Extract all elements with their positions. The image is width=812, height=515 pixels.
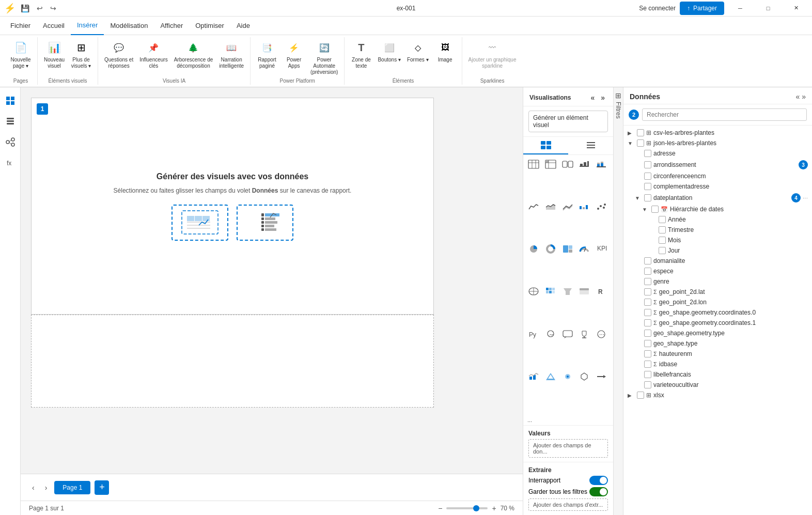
maximize-btn[interactable]: □ (756, 0, 780, 17)
tree-item-circon[interactable]: ▶ circonferenceencm (623, 171, 812, 181)
dateplantation-checkbox[interactable] (644, 194, 651, 201)
tree-item-xlsx[interactable]: ▶ ⊞ xlsx (623, 390, 812, 400)
mois-checkbox[interactable] (659, 237, 666, 244)
tree-item-geo-shape-type[interactable]: ▶ geo_shape.type (623, 338, 812, 349)
trimestre-checkbox[interactable] (659, 226, 666, 233)
tree-item-arrondissement[interactable]: ▶ arrondissement 3 (623, 159, 812, 171)
viz-icon-chat[interactable] (560, 328, 575, 340)
save-icon[interactable]: 💾 (19, 3, 32, 13)
viz-icon-hexbin[interactable] (577, 370, 591, 383)
hierarchie-checkbox[interactable] (651, 206, 659, 213)
narration-btn[interactable]: 📖 Narrationintelligente (217, 37, 246, 70)
viz-icon-heatmap[interactable] (543, 285, 558, 298)
viz-icon-scatter[interactable] (594, 200, 608, 213)
tab-afficher[interactable]: Afficher (154, 17, 189, 35)
tree-item-csv[interactable]: ▶ ⊞ csv-les-arbres-plantes (623, 128, 812, 138)
tab-optimiser[interactable]: Optimiser (189, 17, 230, 35)
libelle-checkbox[interactable] (644, 371, 651, 378)
adresse-checkbox[interactable] (644, 150, 651, 157)
csv-checkbox[interactable] (637, 129, 644, 136)
viz-icon-donut[interactable] (543, 243, 558, 255)
tab-modelisation[interactable]: Modélisation (104, 17, 154, 35)
geo-shape-type-checkbox[interactable] (644, 340, 651, 347)
interrapport-toggle[interactable] (589, 476, 608, 485)
add-sparkline-btn[interactable]: 〰 Ajouter un graphiquesparkline (466, 37, 519, 70)
dateplantation-more[interactable]: ··· (803, 194, 808, 201)
tree-item-geo-coord1[interactable]: ▶ Σ geo_shape.geometry.coordinates.1 (623, 318, 812, 328)
viz-icon-treemap[interactable] (560, 243, 575, 255)
viz-icon-smart[interactable] (560, 370, 575, 383)
tree-item-espece[interactable]: ▶ espece (623, 266, 812, 276)
rapport-pagine-btn[interactable]: 📑 Rapportpaginé (255, 37, 279, 70)
viz-icon-custom[interactable]: ··· (594, 328, 608, 340)
hauteur-checkbox[interactable] (644, 350, 651, 357)
viz-icon-map[interactable] (526, 285, 541, 298)
tree-item-idbase[interactable]: ▶ Σ idbase (623, 359, 812, 369)
geo-lon-checkbox[interactable] (644, 299, 651, 306)
annee-checkbox[interactable] (659, 216, 666, 223)
viz-panel-expand-left[interactable]: « (588, 92, 597, 103)
tree-item-dateplantation[interactable]: ▼ dateplantation 4 ··· (623, 192, 812, 204)
viz-icon-bar[interactable] (577, 158, 591, 170)
connect-btn[interactable]: Se connecter (639, 5, 676, 12)
zoom-in-btn[interactable]: + (492, 504, 496, 512)
tree-item-geo-geom-type[interactable]: ▶ geo_shape.geometry.type (623, 328, 812, 338)
power-apps-btn[interactable]: ⚡ PowerApps (282, 37, 306, 70)
viz-icon-azure[interactable] (543, 370, 558, 383)
csv-expand[interactable]: ▶ (628, 130, 635, 136)
viz-icon-qanda[interactable] (543, 328, 558, 340)
viz-icon-funnel[interactable] (560, 285, 575, 298)
complement-checkbox[interactable] (644, 183, 651, 190)
undo-icon[interactable]: ↩ (35, 3, 45, 13)
tree-item-geo-lon[interactable]: ▶ Σ geo_point_2d.lon (623, 297, 812, 307)
influenceurs-btn[interactable]: 📌 Influenceursclés (137, 37, 169, 70)
viz-icon-arrow[interactable] (594, 370, 608, 383)
viz-icon-combined-bar[interactable] (526, 370, 541, 383)
data-search-input[interactable] (642, 108, 807, 121)
data-panel-expand-right[interactable]: » (802, 92, 806, 101)
viz-icon-pie[interactable] (526, 243, 541, 255)
formes-btn[interactable]: ◇ Formes ▾ (405, 37, 431, 64)
tab-aide[interactable]: Aide (230, 17, 256, 35)
page-tab-1[interactable]: Page 1 (54, 481, 90, 494)
geo-coord0-checkbox[interactable] (644, 309, 651, 316)
tab-fichier[interactable]: Fichier (4, 17, 37, 35)
viz-icon-r[interactable]: R (594, 285, 608, 298)
xlsx-expand[interactable]: ▶ (628, 393, 635, 398)
viz-icon-matrix[interactable] (543, 158, 558, 170)
idbase-checkbox[interactable] (644, 361, 651, 368)
boutons-btn[interactable]: ⬜ Boutons ▾ (376, 37, 402, 64)
viz-icon-line[interactable] (526, 200, 541, 213)
viz-tab-list[interactable] (568, 137, 613, 154)
nouvelle-page-btn[interactable]: 📄 Nouvellepage ▾ (8, 37, 33, 70)
questions-reponses-btn[interactable]: 💬 Questions etréponses (102, 37, 135, 70)
arborescence-btn[interactable]: 🌲 Arborescence dedécomposition (172, 37, 215, 70)
jour-checkbox[interactable] (659, 247, 666, 254)
viz-icon-table2[interactable] (577, 285, 591, 298)
dateplantation-expand[interactable]: ▼ (635, 195, 642, 201)
share-button[interactable]: ↑ Partager (680, 2, 724, 15)
json-expand[interactable]: ▼ (628, 141, 635, 146)
tree-item-mois[interactable]: ▶ Mois (623, 235, 812, 245)
xlsx-checkbox[interactable] (637, 392, 644, 399)
redo-icon[interactable]: ↪ (48, 3, 58, 13)
tab-accueil[interactable]: Accueil (37, 17, 71, 35)
viz-icon-gauge[interactable] (577, 243, 591, 255)
json-checkbox[interactable] (637, 139, 644, 147)
arrondissement-checkbox[interactable] (644, 161, 651, 168)
tree-item-genre[interactable]: ▶ genre (623, 276, 812, 287)
page-canvas-2[interactable] (31, 315, 434, 408)
zoom-out-btn[interactable]: − (438, 504, 442, 512)
zone-texte-btn[interactable]: T Zone detexte (349, 37, 373, 70)
viz-icon-stacked-bar[interactable] (594, 158, 608, 170)
minimize-btn[interactable]: ─ (728, 0, 752, 17)
viz-icon-kpi[interactable]: KPI (594, 243, 608, 255)
viz-panel-expand-right[interactable]: » (599, 92, 607, 103)
sidebar-dax-icon[interactable]: fx (1, 153, 20, 172)
generate-element-btn[interactable]: Générer un élément visuel (528, 111, 608, 132)
espece-checkbox[interactable] (644, 268, 651, 275)
tree-item-variete[interactable]: ▶ varieteoucultivar (623, 380, 812, 390)
add-valeurs-btn[interactable]: Ajouter des champs de don... (528, 439, 608, 458)
tree-item-hierarchie[interactable]: ▼ 📅 Hiérarchie de dates (623, 204, 812, 214)
tree-item-hauteur[interactable]: ▶ Σ hauteurenm (623, 349, 812, 359)
